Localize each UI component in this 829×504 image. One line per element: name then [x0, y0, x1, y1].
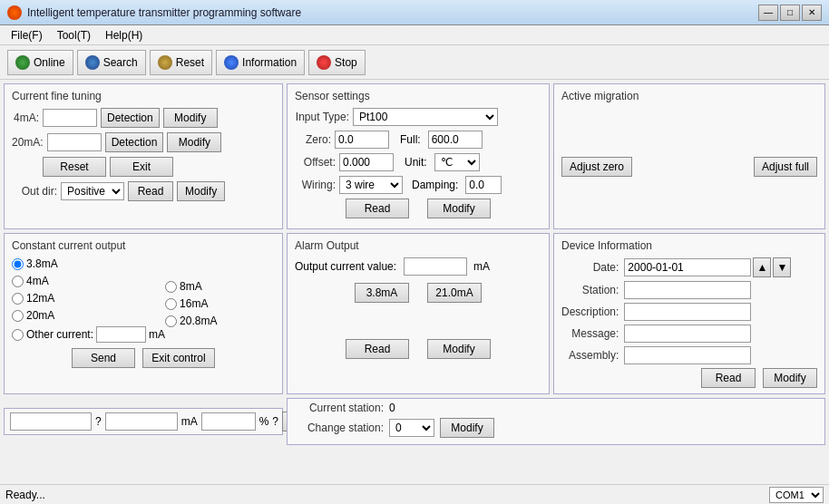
radio-38ma[interactable] [12, 258, 24, 270]
wiring-damping-row: Wiring: 2 wire3 wire4 wire Damping: [295, 176, 541, 194]
radio-16ma[interactable] [165, 298, 177, 310]
offset-input[interactable] [339, 153, 394, 171]
alarm-output-panel: Alarm Output Output current value: mA 3.… [287, 233, 550, 394]
sensor-read-button[interactable]: Read [346, 199, 409, 218]
menu-bar: File(F) Tool(T) Help(H) [0, 25, 829, 45]
close-button[interactable]: ✕ [802, 5, 822, 21]
sensor-read-modify-row: Read Modify [295, 199, 541, 218]
station-input[interactable] [624, 281, 751, 299]
minimize-button[interactable]: — [758, 5, 778, 21]
change-station-modify-button[interactable]: Modify [440, 418, 494, 438]
radio-other[interactable] [12, 329, 24, 341]
device-info-grid: Date: ▲ ▼ Station: Description: Message:… [561, 257, 817, 364]
output-current-label: Output current value: [295, 260, 396, 273]
wiring-select[interactable]: 2 wire3 wire4 wire [339, 176, 403, 194]
strip-field1[interactable] [10, 412, 92, 431]
ma4-detection-button[interactable]: Detection [101, 108, 160, 128]
ma20-input[interactable] [47, 133, 102, 151]
menu-file[interactable]: File(F) [4, 27, 50, 44]
reset-button[interactable]: Reset [150, 50, 212, 75]
search-icon [85, 55, 100, 70]
device-modify-button[interactable]: Modify [763, 368, 817, 388]
alarm-210-button[interactable]: 21.0mA [427, 283, 482, 303]
output-current-row: Output current value: mA [295, 257, 541, 276]
strip-question2: ? [272, 415, 278, 428]
alarm-38-button[interactable]: 3.8mA [355, 283, 409, 303]
radio-other-item[interactable]: Other current: mA [12, 326, 165, 343]
zero-full-row: Zero: Full: [295, 131, 541, 149]
ma4-label: 4mA: [12, 111, 39, 124]
radio-20ma-item[interactable]: 20mA [12, 309, 165, 322]
adjust-full-button[interactable]: Adjust full [754, 157, 817, 177]
strip-field3[interactable] [201, 412, 256, 431]
fine-tuning-reset-button[interactable]: Reset [43, 157, 106, 177]
output-current-input[interactable] [404, 257, 467, 276]
alarm-modify-button[interactable]: Modify [427, 339, 491, 359]
ma4-input[interactable] [43, 109, 97, 127]
device-read-button[interactable]: Read [701, 368, 756, 388]
radio-16ma-item[interactable]: 16mA [165, 297, 238, 310]
outdir-select[interactable]: Positive Negative [61, 182, 124, 200]
online-button[interactable]: Online [7, 50, 73, 75]
unit-select[interactable]: ℃℉K [434, 153, 480, 171]
other-ma-label: mA [149, 328, 165, 341]
radio-4ma-item[interactable]: 4mA [12, 275, 165, 287]
com-select[interactable]: COM1COM2 [769, 487, 824, 503]
strip-field2[interactable] [105, 412, 178, 431]
radio-12ma-item[interactable]: 12mA [12, 292, 165, 305]
ma20-modify-button[interactable]: Modify [167, 132, 221, 152]
radio-38ma-item[interactable]: 3.8mA [12, 257, 165, 270]
stop-label: Stop [335, 56, 357, 69]
radio-208ma-item[interactable]: 20.8mA [165, 315, 238, 327]
radio-8ma-item[interactable]: 8mA [165, 280, 238, 293]
other-current-input[interactable] [96, 326, 146, 343]
outdir-read-button[interactable]: Read [128, 181, 173, 201]
menu-tool[interactable]: Tool(T) [50, 27, 98, 44]
constant-current-title: Constant current output [12, 239, 275, 252]
alarm-read-button[interactable]: Read [346, 339, 409, 359]
zero-input[interactable] [335, 131, 389, 149]
radio-8ma[interactable] [165, 281, 177, 293]
information-button[interactable]: Information [216, 50, 305, 75]
fine-tuning-exit-button[interactable]: Exit [110, 157, 173, 177]
date-down-button[interactable]: ▼ [773, 257, 791, 277]
constant-current-panel: Constant current output 3.8mA 4mA 12mA [4, 233, 283, 394]
change-station-select[interactable]: 01 [389, 419, 434, 437]
radio-4ma[interactable] [12, 276, 24, 287]
radio-208ma[interactable] [165, 315, 177, 327]
radio-20ma[interactable] [12, 310, 24, 322]
sensor-modify-button[interactable]: Modify [427, 199, 491, 218]
date-up-button[interactable]: ▲ [753, 257, 771, 277]
date-input[interactable] [624, 258, 751, 276]
ma20-detection-button[interactable]: Detection [105, 132, 164, 152]
exit-control-button[interactable]: Exit control [142, 348, 215, 368]
radio-12ma[interactable] [12, 293, 24, 305]
offset-label: Offset: [295, 156, 336, 169]
assembly-label: Assembly: [561, 349, 619, 362]
ma20-row: 20mA: Detection Modify [12, 132, 275, 152]
ma20-label: 20mA: [12, 136, 44, 149]
search-button[interactable]: Search [77, 50, 146, 75]
window-title: Intelligent temperature transmitter prog… [27, 6, 753, 19]
input-type-select[interactable]: Pt100Pt1000TC-K [353, 108, 498, 126]
current-station-value: 0 [389, 402, 395, 414]
assembly-input[interactable] [624, 346, 751, 364]
ma4-row: 4mA: Detection Modify [12, 108, 275, 128]
status-text: Ready... [5, 489, 45, 501]
message-input[interactable] [624, 325, 751, 343]
adjust-zero-button[interactable]: Adjust zero [561, 157, 632, 177]
full-input[interactable] [428, 131, 483, 149]
stop-button[interactable]: Stop [308, 50, 366, 75]
ma4-modify-button[interactable]: Modify [163, 108, 218, 128]
maximize-button[interactable]: □ [780, 5, 800, 21]
reset-icon [158, 55, 172, 70]
outdir-modify-button[interactable]: Modify [177, 181, 225, 201]
radio-12ma-label: 12mA [26, 292, 54, 305]
description-input[interactable] [624, 303, 751, 321]
menu-help[interactable]: Help(H) [98, 27, 150, 44]
station-label: Station: [561, 284, 619, 296]
window-controls: — □ ✕ [758, 5, 822, 21]
reset-exit-row: Reset Exit [12, 157, 275, 177]
send-button[interactable]: Send [72, 348, 135, 368]
damping-input[interactable] [465, 176, 502, 194]
